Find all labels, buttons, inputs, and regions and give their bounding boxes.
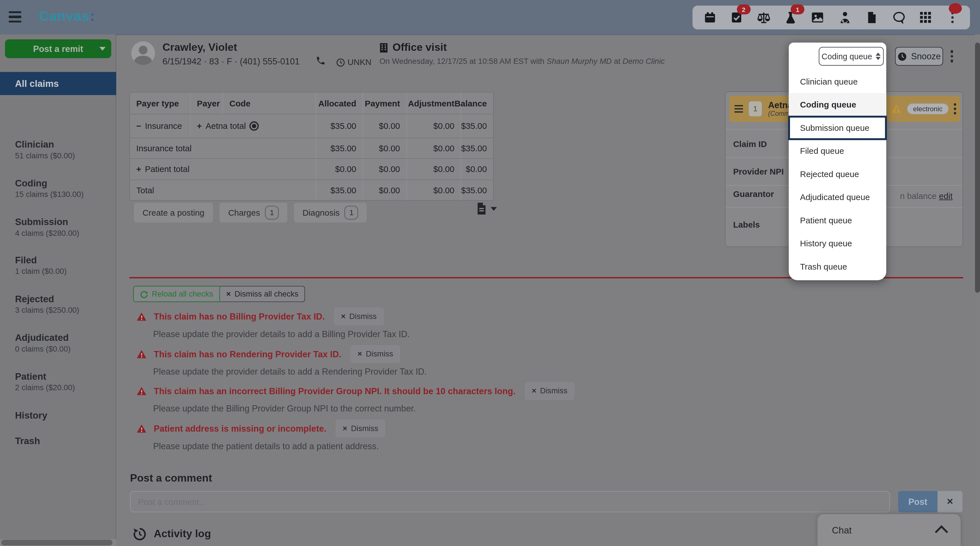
sidebar-item-trash[interactable]: Trash: [15, 435, 115, 446]
queue-option-adjudicated[interactable]: Adjudicated queue: [789, 186, 886, 209]
reload-all-checks-button[interactable]: Reload all checks: [133, 286, 220, 302]
phone-icon[interactable]: [316, 56, 326, 65]
radio-icon[interactable]: [250, 121, 259, 131]
cell-balance: $35.00: [460, 180, 493, 200]
charges-count: 1: [265, 206, 279, 219]
table-row-insurance: −Insurance +Aetna total $35.00 $0.00 $0.…: [130, 114, 493, 137]
claim-header-kebab-icon[interactable]: [950, 50, 953, 62]
table-header-row: Payer type Payer Code Allocated Payment …: [130, 93, 493, 114]
navbar-icon-tray: 2 1: [692, 6, 970, 30]
warning-icon: [891, 104, 902, 114]
history-icon: [133, 527, 146, 541]
cell-adjustment: $0.00: [406, 180, 461, 200]
payer-kebab-icon[interactable]: [954, 103, 956, 115]
vertical-scrollbar-thumb[interactable]: [975, 43, 980, 293]
dismiss-button[interactable]: ×Dismiss: [336, 420, 385, 437]
cell-adjustment: $0.00: [406, 114, 461, 137]
expand-aetna[interactable]: +Aetna total: [190, 114, 316, 137]
queue-option-patient[interactable]: Patient queue: [789, 209, 886, 232]
horizontal-scrollbar[interactable]: [0, 539, 116, 546]
charges-button[interactable]: Charges1: [219, 202, 288, 224]
chat-bubble-icon[interactable]: [891, 10, 907, 26]
scales-icon[interactable]: [756, 10, 772, 26]
dismiss-button[interactable]: ×Dismiss: [351, 345, 400, 363]
apps-grid-icon[interactable]: [918, 10, 934, 26]
sidebar-item-rejected[interactable]: Rejected3 claims ($250.00): [15, 294, 115, 315]
document-icon[interactable]: [864, 10, 880, 26]
expand-patient-total[interactable]: +Patient total: [130, 159, 316, 180]
dismiss-all-checks-button[interactable]: ×Dismiss all checks: [220, 286, 305, 302]
check-warning-1: This claim has no Billing Provider Tax I…: [136, 308, 824, 339]
checks-toolbar: Reload all checks ×Dismiss all checks: [133, 286, 305, 302]
dismiss-button[interactable]: ×Dismiss: [525, 382, 574, 400]
lab-flask-icon[interactable]: 1: [783, 10, 799, 26]
cell-payment: $0.00: [363, 138, 406, 158]
col-payer: Payer: [190, 93, 223, 114]
cell-balance: $35.00: [460, 138, 493, 158]
table-row-total: Total $35.00 $0.00 $0.00 $35.00: [130, 180, 493, 200]
sidebar-item-submission[interactable]: Submission4 claims ($280.00): [15, 217, 115, 238]
calendar-icon[interactable]: [702, 10, 718, 26]
create-posting-button[interactable]: Create a posting: [133, 202, 213, 224]
col-code: Code: [223, 93, 316, 114]
queue-option-clinician[interactable]: Clinician queue: [789, 70, 886, 93]
tasks-icon[interactable]: 2: [729, 10, 745, 26]
sidebar-item-filed[interactable]: Filed1 claim ($0.00): [15, 255, 115, 276]
status-badge: electronic: [907, 103, 949, 115]
patient-avatar: [131, 41, 155, 65]
queue-option-rejected[interactable]: Rejected queue: [789, 163, 886, 186]
clinician-icon[interactable]: [837, 10, 853, 26]
cell-balance: $0.00: [460, 159, 493, 180]
document-icon: [476, 202, 487, 215]
imaging-icon[interactable]: [810, 10, 826, 26]
queues-sidebar: Post a remit All claims Clinician51 clai…: [0, 34, 116, 546]
col-balance: Balance: [460, 93, 493, 114]
queue-option-history[interactable]: History queue: [789, 232, 886, 255]
hamburger-menu-icon[interactable]: [9, 11, 21, 23]
sidebar-item-all-claims[interactable]: All claims: [0, 72, 116, 95]
tasks-badge: 2: [737, 4, 750, 14]
field-claim-id: Claim ID: [733, 140, 767, 149]
sidebar-item-adjudicated[interactable]: Adjudicated0 claims ($0.00): [15, 332, 115, 353]
cell-allocated: $0.00: [316, 159, 363, 180]
sidebar-item-history[interactable]: History: [15, 410, 115, 420]
queue-option-coding[interactable]: Coding queue: [789, 93, 886, 117]
queue-option-trash[interactable]: Trash queue: [789, 255, 886, 278]
snooze-button[interactable]: Snooze: [895, 47, 943, 65]
comment-input[interactable]: [130, 491, 890, 512]
post-button[interactable]: Post: [898, 491, 937, 512]
chat-widget[interactable]: Chat: [818, 514, 961, 546]
cancel-comment-button[interactable]: ×: [937, 491, 963, 512]
col-adjustment: Adjustment: [406, 93, 461, 114]
overflow-badge: [949, 3, 962, 14]
diagnosis-count: 1: [345, 206, 358, 219]
sidebar-item-clinician[interactable]: Clinician51 claims ($0.00): [15, 139, 115, 160]
chevron-up-icon[interactable]: [935, 525, 948, 539]
collapse-insurance[interactable]: −Insurance: [130, 114, 190, 137]
clock-icon: [336, 58, 345, 67]
vertical-scrollbar[interactable]: [975, 34, 980, 546]
queue-option-filed[interactable]: Filed queue: [789, 140, 886, 163]
cell-payment: $0.00: [363, 114, 406, 137]
horizontal-scrollbar-thumb[interactable]: [1, 540, 112, 546]
cell-adjustment: $0.00: [406, 159, 461, 180]
coverage-rank: 1: [748, 101, 762, 117]
sidebar-item-coding[interactable]: Coding15 claims ($130.00): [15, 178, 115, 199]
table-row-patient-total: +Patient total $0.00 $0.00 $0.00 $0.00: [130, 158, 493, 180]
claim-document-menu[interactable]: [476, 202, 497, 215]
row-label: Total: [130, 180, 316, 200]
row-label: Insurance total: [130, 138, 316, 158]
sidebar-item-patient[interactable]: Patient2 claims ($20.00): [15, 371, 115, 392]
encounter-title: Office visit: [379, 41, 447, 54]
edit-link[interactable]: edit: [939, 191, 953, 201]
diagnosis-button[interactable]: Diagnosis1: [293, 202, 368, 224]
queue-select-trigger[interactable]: Coding queue: [819, 47, 884, 65]
overflow-kebab-icon[interactable]: [945, 10, 961, 26]
queue-option-submission[interactable]: Submission queue: [789, 117, 886, 140]
cell-payment: $0.00: [363, 159, 406, 180]
drag-handle-icon[interactable]: [735, 105, 743, 112]
patient-name: Crawley, Violet: [162, 41, 237, 54]
dismiss-button[interactable]: ×Dismiss: [334, 308, 383, 325]
post-a-remit-button[interactable]: Post a remit: [5, 40, 111, 58]
sort-arrows-icon: [876, 53, 881, 60]
